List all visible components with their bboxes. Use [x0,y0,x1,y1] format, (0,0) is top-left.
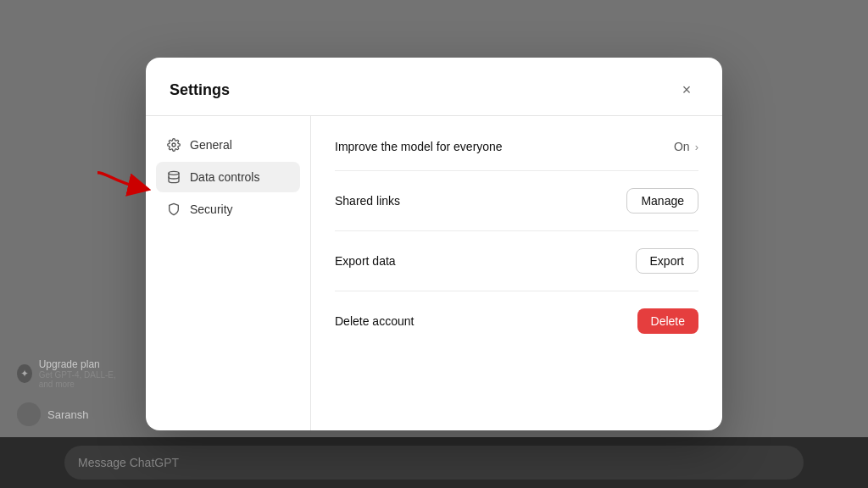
export-button[interactable]: Export [636,248,698,274]
svg-point-1 [172,143,175,147]
delete-account-row: Delete account Delete [335,291,698,351]
manage-button[interactable]: Manage [626,188,698,214]
chevron-right-icon: › [695,141,698,153]
sidebar-item-general[interactable]: General [156,130,300,160]
shared-links-label: Shared links [335,194,400,208]
improve-model-action[interactable]: On › [674,140,698,153]
sidebar-item-data-controls[interactable]: Data controls [156,162,300,192]
delete-account-button[interactable]: Delete [637,308,698,334]
modal-body: General Data controls [146,116,722,430]
shared-links-row: Shared links Manage [335,171,698,231]
modal-header: Settings × [146,58,722,116]
improve-model-row: Improve the model for everyone On › [335,123,698,171]
improve-model-status: On [674,140,690,153]
export-data-label: Export data [335,254,396,268]
close-button[interactable]: × [675,78,698,102]
delete-account-label: Delete account [335,314,414,328]
sidebar-item-security[interactable]: Security [156,194,300,225]
sidebar-general-label: General [190,138,232,152]
modal-sidebar: General Data controls [146,116,311,430]
svg-point-2 [169,171,179,175]
red-arrow-indicator [92,166,151,200]
sidebar-security-label: Security [190,202,233,216]
sidebar-data-controls-label: Data controls [190,170,259,184]
export-data-row: Export data Export [335,231,698,291]
modal-wrapper: Settings × General [0,0,868,488]
settings-modal: Settings × General [146,58,722,430]
database-icon [166,169,181,185]
shield-icon [166,202,181,217]
modal-main-content: Improve the model for everyone On › Shar… [311,116,722,430]
settings-icon [166,137,181,152]
improve-model-label: Improve the model for everyone [335,140,503,153]
modal-title: Settings [170,81,230,99]
